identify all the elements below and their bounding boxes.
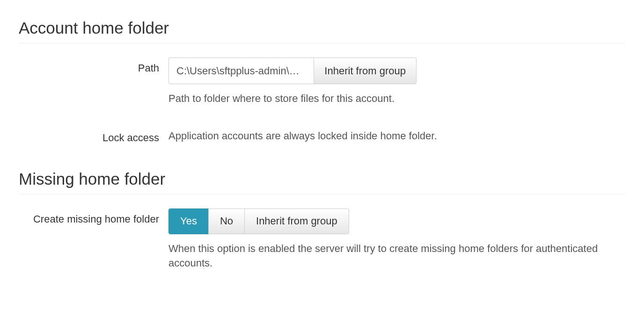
form-row-create-missing: Create missing home folder Yes No Inheri… <box>19 209 625 271</box>
label-path: Path <box>19 58 168 106</box>
section-title-account-home: Account home folder <box>19 19 625 43</box>
lock-access-text: Application accounts are always locked i… <box>168 127 625 144</box>
section-missing-home-folder: Missing home folder Create missing home … <box>19 170 625 271</box>
path-input[interactable] <box>168 58 314 84</box>
section-title-missing-home: Missing home folder <box>19 170 625 194</box>
section-account-home-folder: Account home folder Path Inherit from gr… <box>19 19 625 144</box>
control-wrap-lock-access: Application accounts are always locked i… <box>168 127 625 144</box>
inherit-from-group-button[interactable]: Inherit from group <box>314 58 417 84</box>
control-wrap-path: Inherit from group Path to folder where … <box>168 58 625 106</box>
option-inherit-button[interactable]: Inherit from group <box>244 209 349 234</box>
label-lock-access: Lock access <box>19 127 168 144</box>
option-no-button[interactable]: No <box>208 209 245 234</box>
btn-group-create-missing: Yes No Inherit from group <box>168 209 349 234</box>
option-yes-button[interactable]: Yes <box>168 209 209 234</box>
control-wrap-create-missing: Yes No Inherit from group When this opti… <box>168 209 625 271</box>
help-text-create-missing: When this option is enabled the server w… <box>168 242 625 271</box>
help-text-path: Path to folder where to store files for … <box>168 92 625 106</box>
input-group-path: Inherit from group <box>168 58 417 84</box>
form-row-lock-access: Lock access Application accounts are alw… <box>19 127 625 144</box>
form-row-path: Path Inherit from group Path to folder w… <box>19 58 625 106</box>
label-create-missing: Create missing home folder <box>19 209 168 271</box>
